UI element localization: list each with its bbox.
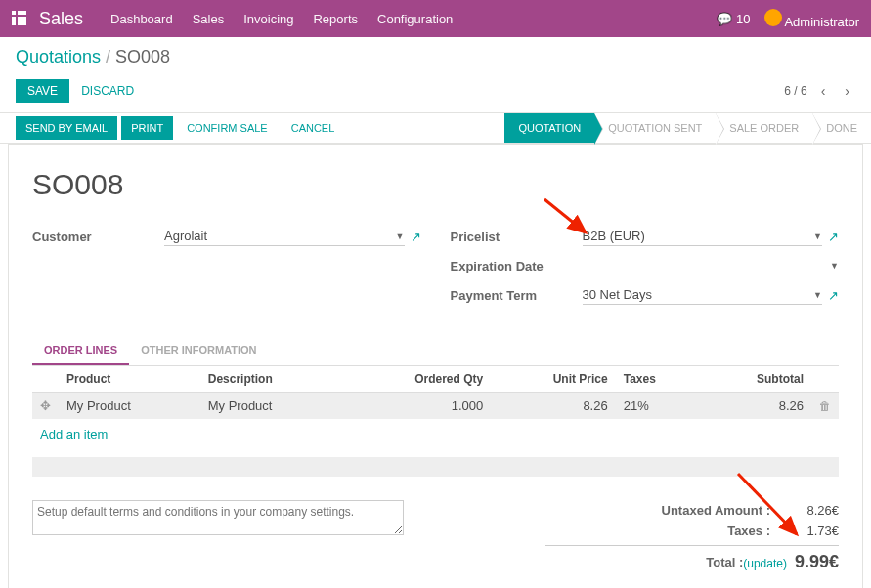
total-label: Total : bbox=[545, 555, 743, 569]
payment-term-label: Payment Term bbox=[451, 288, 583, 303]
discard-button[interactable]: DISCARD bbox=[69, 79, 146, 103]
drag-handle-icon[interactable]: ✥ bbox=[40, 399, 51, 413]
breadcrumb-bar: Quotations / SO008 bbox=[0, 37, 871, 75]
pricelist-field[interactable]: B2B (EUR)▼ bbox=[583, 227, 823, 246]
scroll-bar-area bbox=[32, 457, 839, 477]
terms-textarea[interactable] bbox=[32, 500, 404, 535]
trash-icon[interactable]: 🗑 bbox=[819, 399, 831, 413]
statusbar: SEND BY EMAIL PRINT CONFIRM SALE CANCEL … bbox=[0, 112, 871, 144]
customer-label: Customer bbox=[32, 230, 164, 244]
print-button[interactable]: PRINT bbox=[121, 116, 173, 140]
nav-dashboard[interactable]: Dashboard bbox=[110, 12, 173, 26]
chevron-down-icon: ▼ bbox=[813, 290, 822, 300]
cell-qty[interactable]: 1.000 bbox=[342, 393, 491, 420]
cell-taxes[interactable]: 21% bbox=[616, 393, 701, 420]
cancel-button[interactable]: CANCEL bbox=[282, 116, 345, 140]
col-price: Unit Price bbox=[491, 366, 615, 393]
total-value: 9.99€ bbox=[795, 552, 839, 571]
untaxed-label: Untaxed Amount : bbox=[545, 503, 770, 518]
pager: 6 / 6 ‹ › bbox=[784, 81, 855, 101]
pager-prev[interactable]: ‹ bbox=[815, 81, 832, 101]
order-lines-table: Product Description Ordered Qty Unit Pri… bbox=[32, 366, 839, 419]
expiration-field[interactable]: ▼ bbox=[583, 259, 840, 273]
cell-subtotal: 8.26 bbox=[701, 393, 811, 420]
col-qty: Ordered Qty bbox=[342, 366, 491, 393]
expiration-label: Expiration Date bbox=[451, 259, 583, 273]
cell-product[interactable]: My Product bbox=[59, 393, 200, 420]
breadcrumb-root[interactable]: Quotations bbox=[16, 47, 101, 66]
col-description: Description bbox=[200, 366, 342, 393]
nav-sales[interactable]: Sales bbox=[193, 12, 225, 26]
step-quotation-sent[interactable]: QUOTATION SENT bbox=[594, 113, 716, 143]
tab-other-information[interactable]: OTHER INFORMATION bbox=[129, 336, 268, 365]
toolbar: SAVE DISCARD 6 / 6 ‹ › bbox=[0, 75, 871, 112]
cell-price[interactable]: 8.26 bbox=[491, 393, 615, 420]
pricelist-label: Pricelist bbox=[451, 230, 583, 244]
cell-description[interactable]: My Product bbox=[200, 393, 342, 420]
add-item-link[interactable]: Add an item bbox=[32, 419, 839, 449]
pager-text: 6 / 6 bbox=[784, 84, 806, 98]
col-subtotal: Subtotal bbox=[701, 366, 811, 393]
pager-next[interactable]: › bbox=[839, 81, 855, 101]
confirm-sale-button[interactable]: CONFIRM SALE bbox=[177, 116, 278, 140]
chevron-down-icon: ▼ bbox=[396, 231, 405, 241]
customer-field[interactable]: Agrolait▼ bbox=[164, 227, 405, 246]
status-steps: QUOTATION QUOTATION SENT SALE ORDER DONE bbox=[504, 113, 871, 143]
form-sheet: SO008 Customer Agrolait▼ ↗ Pricelist B2B… bbox=[8, 144, 863, 588]
totals: Untaxed Amount : 8.26€ Taxes : 1.73€ Tot… bbox=[545, 500, 839, 575]
customer-external-link-icon[interactable]: ↗ bbox=[411, 230, 421, 244]
tab-order-lines[interactable]: ORDER LINES bbox=[32, 336, 129, 365]
breadcrumb: Quotations / SO008 bbox=[16, 47, 855, 67]
nav-reports[interactable]: Reports bbox=[313, 12, 358, 26]
step-done[interactable]: DONE bbox=[812, 113, 871, 143]
untaxed-value: 8.26€ bbox=[770, 503, 839, 518]
taxes-value: 1.73€ bbox=[770, 524, 839, 538]
avatar-icon bbox=[764, 9, 782, 26]
send-email-button[interactable]: SEND BY EMAIL bbox=[16, 116, 117, 140]
save-button[interactable]: SAVE bbox=[16, 79, 69, 103]
page-title: SO008 bbox=[32, 168, 839, 201]
topbar: Sales Dashboard Sales Invoicing Reports … bbox=[0, 0, 871, 37]
user-menu[interactable]: Administrator bbox=[764, 9, 859, 29]
brand: Sales bbox=[39, 9, 83, 29]
pricelist-external-link-icon[interactable]: ↗ bbox=[828, 230, 839, 244]
top-nav: Dashboard Sales Invoicing Reports Config… bbox=[110, 12, 453, 26]
table-row[interactable]: ✥ My Product My Product 1.000 8.26 21% 8… bbox=[32, 393, 839, 420]
apps-icon[interactable] bbox=[12, 11, 27, 26]
tabs: ORDER LINES OTHER INFORMATION bbox=[32, 336, 839, 366]
payment-term-field[interactable]: 30 Net Days▼ bbox=[583, 285, 823, 305]
update-link[interactable]: (update) bbox=[743, 557, 787, 570]
taxes-label: Taxes : bbox=[545, 524, 770, 538]
col-product: Product bbox=[59, 366, 200, 393]
payment-external-link-icon[interactable]: ↗ bbox=[828, 288, 839, 303]
step-sale-order[interactable]: SALE ORDER bbox=[716, 113, 812, 143]
chevron-down-icon: ▼ bbox=[813, 231, 822, 241]
nav-configuration[interactable]: Configuration bbox=[377, 12, 453, 26]
nav-invoicing[interactable]: Invoicing bbox=[243, 12, 293, 26]
messages-indicator[interactable]: 💬 10 bbox=[717, 12, 750, 26]
chevron-down-icon: ▼ bbox=[830, 261, 839, 271]
breadcrumb-current: SO008 bbox=[115, 47, 170, 66]
col-taxes: Taxes bbox=[616, 366, 701, 393]
step-quotation[interactable]: QUOTATION bbox=[504, 113, 594, 143]
